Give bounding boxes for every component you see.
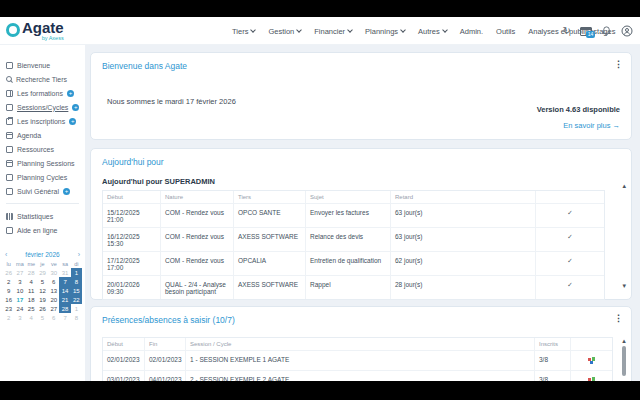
plus-badge[interactable]: + — [67, 90, 74, 97]
check-icon[interactable]: ✓ — [536, 204, 604, 227]
menu-item[interactable]: Tiers — [232, 27, 255, 36]
menu-item[interactable]: Admin. — [460, 27, 483, 36]
account-icon[interactable] — [621, 25, 633, 37]
day-name: je — [37, 260, 48, 268]
calendar-day[interactable]: 28 — [26, 268, 37, 277]
check-icon[interactable]: ✓ — [536, 252, 604, 275]
check-icon[interactable]: ✓ — [536, 228, 604, 251]
calendar-day[interactable]: 26 — [37, 304, 48, 313]
kebab-menu-icon[interactable]: ⋮ — [614, 314, 623, 323]
kebab-menu-icon[interactable]: ⋮ — [614, 60, 623, 69]
calendar-day[interactable]: 25 — [26, 304, 37, 313]
calendar-day[interactable]: 29 — [37, 268, 48, 277]
table-row[interactable]: 20/01/2026 09:30 QUAL - 2/4 - Analyse be… — [103, 275, 604, 299]
calendar-next-button[interactable]: › — [78, 251, 80, 258]
main-menu: Tiers Gestion Financier Plannings — [232, 17, 615, 45]
sidebar-item[interactable]: Statistiques — [0, 209, 85, 223]
calendar-day[interactable]: 6 — [48, 277, 59, 286]
table-row[interactable]: 16/12/2025 15:30 COM - Rendez vous AXESS… — [103, 227, 604, 251]
calendar-day[interactable]: 16 — [3, 295, 14, 304]
calendar-day[interactable]: 6 — [48, 313, 59, 322]
sidebar-item[interactable]: Les inscriptions + — [0, 114, 85, 128]
sidebar-item[interactable]: Aide en ligne — [0, 223, 85, 237]
sidebar-item[interactable]: Planning Sessions — [0, 156, 85, 170]
calendar-day[interactable]: 4 — [26, 277, 37, 286]
menu-item[interactable]: Autres — [418, 27, 447, 36]
calendar-day[interactable]: 12 — [37, 286, 48, 295]
calendar-day[interactable]: 9 — [3, 286, 14, 295]
menu-item[interactable]: Outils — [496, 27, 515, 36]
calendar-day[interactable]: 18 — [26, 295, 37, 304]
calendar-day[interactable]: 5 — [37, 313, 48, 322]
sidebar-item[interactable]: Planning Cycles — [0, 170, 85, 184]
table-row[interactable]: 17/12/2025 17:00 COM - Rendez vous OPCAL… — [103, 251, 604, 275]
calendar-day[interactable]: 14 — [59, 286, 70, 295]
calendar-day[interactable]: 8 — [71, 313, 82, 322]
planning-cycles-icon — [6, 174, 13, 181]
calendar-day[interactable]: 19 — [37, 295, 48, 304]
cell-debut: 03/01/2023 — [103, 371, 145, 381]
calendar-day[interactable]: 30 — [48, 268, 59, 277]
calendar-day[interactable]: 31 — [59, 268, 70, 277]
calendar-day[interactable]: 22 — [71, 295, 82, 304]
calendar-day[interactable]: 11 — [26, 286, 37, 295]
calendar-day[interactable]: 5 — [37, 277, 48, 286]
sidebar-item[interactable]: Les formations + — [0, 86, 85, 100]
sidebar-item[interactable]: Sessions/Cycles + — [0, 100, 85, 114]
calendar-day[interactable]: 2 — [3, 313, 14, 322]
table-row[interactable]: 03/01/2023 04/01/2023 2 - SESSION EXEMPL… — [103, 370, 612, 381]
sidebar-item[interactable]: Bienvenue — [0, 58, 85, 72]
calendar-day[interactable]: 27 — [48, 304, 59, 313]
scrollbar-thumb[interactable] — [622, 346, 626, 376]
calendar-day[interactable]: 28 — [59, 304, 70, 313]
agate-logo: Agate by Axess — [6, 20, 64, 42]
main-content: Bienvenue dans Agate ⋮ Nous sommes le ma… — [85, 45, 640, 381]
calendar-day[interactable]: 2 — [3, 277, 14, 286]
plus-badge[interactable]: + — [72, 104, 79, 111]
calendar-day[interactable]: 10 — [14, 286, 25, 295]
calendar-day[interactable]: 24 — [14, 304, 25, 313]
calendar-day[interactable]: 7 — [59, 313, 70, 322]
calendar-day[interactable]: 1 — [71, 304, 82, 313]
cell-inscrits: 3/8 — [535, 371, 571, 381]
sidebar-item[interactable]: Suivi Général + — [0, 184, 85, 198]
calendar-day[interactable]: 3 — [14, 277, 25, 286]
calendar-day[interactable]: 1 — [71, 268, 82, 277]
calendar-day[interactable]: 8 — [71, 277, 82, 286]
calendar-day[interactable]: 27 — [14, 268, 25, 277]
learn-more-link[interactable]: En savoir plus → — [537, 121, 620, 130]
attendance-icon[interactable] — [571, 371, 612, 381]
calendar-day[interactable]: 23 — [3, 304, 14, 313]
plus-badge[interactable]: + — [63, 188, 70, 195]
notifications-panel-icon[interactable]: 14 — [580, 27, 592, 36]
cell-sujet: Relance des devis — [306, 228, 391, 251]
plus-badge[interactable]: + — [69, 118, 76, 125]
menu-item[interactable]: Gestion — [268, 27, 301, 36]
calendar-day[interactable]: 21 — [59, 295, 70, 304]
sync-icon[interactable]: ↻ — [563, 26, 571, 36]
calendar-day[interactable]: 26 — [3, 268, 14, 277]
table-row[interactable]: 02/01/2023 02/01/2023 1 - SESSION EXEMPL… — [103, 350, 612, 370]
sidebar-item[interactable]: Ressources — [0, 142, 85, 156]
cell-sujet: Rappel — [306, 276, 391, 299]
scroll-up-icon[interactable]: ▴ — [622, 182, 626, 189]
calendar-day[interactable]: 15 — [71, 286, 82, 295]
check-icon[interactable]: ✓ — [536, 276, 604, 299]
resources-icon — [6, 146, 13, 153]
table-row[interactable]: 15/12/2025 21:00 COM - Rendez vous OPCO … — [103, 203, 604, 227]
calendar-day[interactable]: 3 — [14, 313, 25, 322]
calendar-day[interactable]: 7 — [59, 277, 70, 286]
menu-item[interactable]: Financier — [314, 27, 352, 36]
calendar-day[interactable]: 4 — [26, 313, 37, 322]
version-text: Version 4.63 disponible — [537, 105, 620, 114]
menu-item[interactable]: Plannings — [365, 27, 405, 36]
calendar-day[interactable]: 20 — [48, 295, 59, 304]
scroll-down-icon[interactable]: ▾ — [622, 282, 626, 289]
scroll-up-icon[interactable]: ▴ — [621, 337, 627, 344]
attendance-icon[interactable] — [571, 351, 612, 370]
calendar-day[interactable]: 13 — [48, 286, 59, 295]
sidebar-item[interactable]: Recherche Tiers — [0, 72, 85, 86]
sidebar-item[interactable]: Agenda — [0, 128, 85, 142]
calendar-day[interactable]: 17 — [14, 295, 25, 304]
bell-icon[interactable] — [601, 25, 612, 37]
